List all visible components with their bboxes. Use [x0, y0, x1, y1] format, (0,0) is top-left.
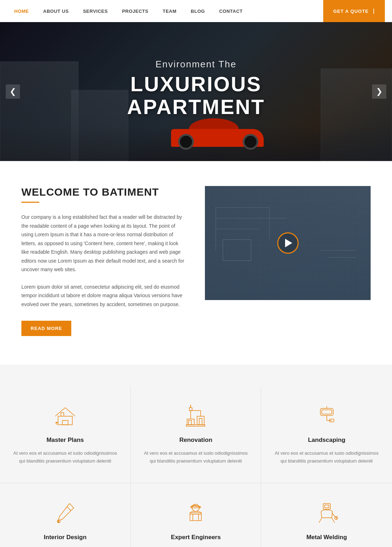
nav-item-team[interactable]: TEAM [155, 0, 184, 22]
interior-design-icon [53, 501, 78, 526]
renovation-desc: At vero eos et accusamus et iusto odiodi… [141, 449, 251, 465]
svg-rect-24 [190, 513, 201, 514]
service-card-landscaping: Landscaping At vero eos et accusamus et … [261, 386, 392, 483]
nav-item-about-us[interactable]: ABOUT US [36, 0, 76, 22]
svg-rect-7 [189, 408, 192, 411]
nav-item-contact[interactable]: CONTACT [212, 0, 250, 22]
service-card-master-plans: Master Plans At vero eos et accusamus et… [0, 386, 131, 483]
blueprint-line-6 [223, 239, 251, 261]
svg-rect-11 [199, 418, 202, 425]
nav-item-home[interactable]: HOME [7, 0, 36, 22]
blueprint-line-5 [269, 207, 269, 239]
welcome-video-block [205, 186, 371, 300]
nav-item-projects[interactable]: PROJECTS [115, 0, 155, 22]
metal-welding-icon [314, 501, 339, 526]
service-card-interior-design: Interior Design At vero eos et accusamus… [0, 483, 131, 547]
welcome-section: WELCOME TO BATIMENT Our company is a lon… [0, 161, 392, 365]
quote-divider: | [373, 8, 375, 14]
nav-item-services[interactable]: SERVICES [76, 0, 115, 22]
read-more-button[interactable]: READ MORE [21, 321, 71, 336]
video-play-button[interactable] [277, 232, 299, 254]
svg-rect-26 [325, 505, 329, 508]
nav-item-blog[interactable]: BLOG [184, 0, 212, 22]
renovation-icon [183, 404, 208, 429]
hero-prev-button[interactable]: ❮ [6, 84, 20, 99]
svg-rect-25 [323, 504, 330, 509]
get-quote-button[interactable]: GET A QUOTE | [323, 0, 385, 22]
hero-text: Environment The LUXURIOUS APARTMENT [98, 59, 294, 118]
service-card-metal-welding: Metal Welding At vero eos et accusamus e… [261, 483, 392, 547]
blueprint-line-8 [328, 257, 356, 258]
landscaping-desc: At vero eos et accusamus et iusto odiodi… [272, 449, 381, 465]
svg-rect-10 [189, 420, 191, 425]
svg-line-18 [67, 506, 71, 511]
car-wheel-right [243, 134, 258, 150]
blueprint-line-4 [216, 207, 216, 250]
svg-rect-1 [62, 420, 68, 425]
service-card-renovation: Renovation At vero eos et accusamus et i… [131, 386, 262, 483]
welcome-para-1: Our company is a long established fact t… [21, 213, 187, 274]
expert-engineers-title: Expert Engineers [141, 534, 251, 541]
svg-rect-2 [187, 419, 194, 425]
welcome-title: WELCOME TO BATIMENT [21, 186, 187, 203]
master-plans-desc: At vero eos et accusamus et iusto odiodi… [11, 449, 120, 465]
car-wheel-left [178, 134, 194, 150]
landscaping-icon [314, 404, 339, 429]
blueprint-line-2 [216, 218, 287, 218]
interior-design-title: Interior Design [11, 534, 120, 541]
hero-next-button[interactable]: ❯ [372, 84, 386, 99]
master-plans-title: Master Plans [11, 437, 120, 444]
services-section: Master Plans At vero eos et accusamus et… [0, 365, 392, 547]
service-card-expert-engineers: Expert Engineers At vero eos et accusamu… [131, 483, 262, 547]
renovation-title: Renovation [141, 437, 251, 444]
hero-section: Environment The LUXURIOUS APARTMENT ❮ ❯ [0, 22, 392, 161]
svg-rect-3 [197, 416, 204, 425]
expert-engineers-icon [183, 501, 208, 526]
welcome-text-block: WELCOME TO BATIMENT Our company is a lon… [21, 186, 187, 336]
metal-welding-title: Metal Welding [272, 534, 381, 541]
welcome-para-2: Lorem ipsum dolor sit amet, consectetur … [21, 283, 187, 309]
blueprint-line-1 [216, 207, 269, 208]
nav-links: HOME ABOUT US SERVICES PROJECTS TEAM BLO… [7, 0, 323, 22]
navigation: HOME ABOUT US SERVICES PROJECTS TEAM BLO… [0, 0, 392, 22]
svg-line-28 [332, 518, 335, 523]
master-plans-icon [53, 404, 78, 429]
play-icon [285, 239, 292, 247]
hero-subtitle: Environment The [98, 59, 294, 70]
svg-rect-12 [320, 408, 333, 416]
svg-line-27 [319, 518, 322, 523]
blueprint-line-3 [216, 229, 258, 229]
landscaping-title: Landscaping [272, 437, 381, 444]
services-grid: Master Plans At vero eos et accusamus et… [0, 386, 392, 547]
blueprint-line-7 [321, 250, 356, 251]
svg-rect-13 [322, 410, 332, 414]
hero-title: LUXURIOUS APARTMENT [98, 73, 294, 118]
